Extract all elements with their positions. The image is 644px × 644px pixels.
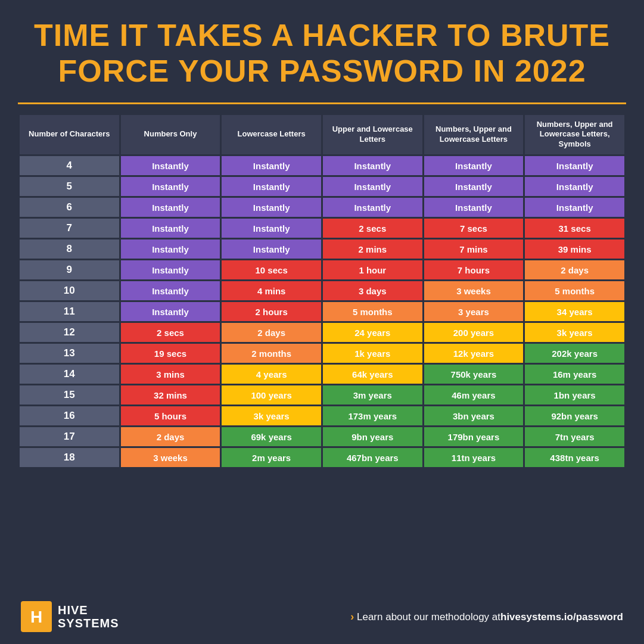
cell-col3: 1k years xyxy=(323,344,422,363)
cell-col5: 31 secs xyxy=(525,219,624,238)
cell-col1: Instantly xyxy=(121,177,220,196)
cell-col4: 46m years xyxy=(424,385,524,405)
cell-chars: 10 xyxy=(20,281,119,300)
cell-col4: 12k years xyxy=(424,344,524,363)
cell-col2: 69k years xyxy=(222,427,321,446)
table-row: 165 hours3k years173m years3bn years92bn… xyxy=(20,406,624,425)
cell-col2: 10 secs xyxy=(222,260,321,279)
cell-col5: 202k years xyxy=(525,344,624,363)
cell-col4: 750k years xyxy=(424,365,524,384)
table-row: 11Instantly2 hours5 months3 years34 year… xyxy=(20,302,624,321)
cell-col3: Instantly xyxy=(323,177,422,196)
col-header-numbers: Numbers Only xyxy=(121,115,220,155)
cell-col4: 11tn years xyxy=(424,448,524,467)
cell-col5: Instantly xyxy=(525,156,624,175)
cell-col2: 2 hours xyxy=(222,302,321,321)
footer: H HIVE SYSTEMS › Learn about our methodo… xyxy=(18,601,626,632)
cell-col2: 100 years xyxy=(222,385,321,405)
logo-text: HIVE SYSTEMS xyxy=(58,603,119,630)
cell-col5: 2 days xyxy=(525,260,624,279)
table-row: 143 mins4 years64k years750k years16m ye… xyxy=(20,365,624,384)
cell-chars: 5 xyxy=(20,177,119,196)
cell-col2: 2 months xyxy=(222,344,321,363)
cell-col2: Instantly xyxy=(222,156,321,175)
table-row: 5InstantlyInstantlyInstantlyInstantlyIns… xyxy=(20,177,624,196)
cell-col3: Instantly xyxy=(323,198,422,217)
cell-col1: Instantly xyxy=(121,198,220,217)
cell-col3: Instantly xyxy=(323,156,422,175)
cell-chars: 12 xyxy=(20,323,119,342)
cell-col3: 2 secs xyxy=(323,219,422,238)
cell-col1: Instantly xyxy=(121,281,220,300)
table-row: 172 days69k years9bn years179bn years7tn… xyxy=(20,427,624,446)
cell-col4: 200 years xyxy=(424,323,524,342)
footer-link[interactable]: › Learn about our methodology athivesyst… xyxy=(350,611,623,623)
cell-col4: 7 mins xyxy=(424,239,524,259)
col-header-upper-lower: Upper and Lowercase Letters xyxy=(323,115,422,155)
cell-col5: 7tn years xyxy=(525,427,624,446)
page-title: TIME IT TAKES A HACKER TO BRUTE FORCE YO… xyxy=(18,18,626,89)
cell-chars: 9 xyxy=(20,260,119,279)
cell-col2: 2m years xyxy=(222,448,321,467)
cell-col4: 3 weeks xyxy=(424,281,524,300)
cell-col2: 3k years xyxy=(222,406,321,425)
cell-col3: 24 years xyxy=(323,323,422,342)
cell-col5: 438tn years xyxy=(525,448,624,467)
col-header-all: Numbers, Upper and Lowercase Letters, Sy… xyxy=(525,115,624,155)
table-row: 9Instantly10 secs1 hour7 hours2 days xyxy=(20,260,624,279)
table-row: 8InstantlyInstantly2 mins7 mins39 mins xyxy=(20,239,624,259)
cell-col2: 4 mins xyxy=(222,281,321,300)
table-row: 122 secs2 days24 years200 years3k years xyxy=(20,323,624,342)
table-row: 1319 secs2 months1k years12k years202k y… xyxy=(20,344,624,363)
table-header-row: Number of Characters Numbers Only Lowerc… xyxy=(20,115,624,155)
cell-chars: 7 xyxy=(20,219,119,238)
table-row: 6InstantlyInstantlyInstantlyInstantlyIns… xyxy=(20,198,624,217)
page-container: TIME IT TAKES A HACKER TO BRUTE FORCE YO… xyxy=(0,0,644,644)
cell-col2: 4 years xyxy=(222,365,321,384)
cell-col5: 5 months xyxy=(525,281,624,300)
cell-chars: 16 xyxy=(20,406,119,425)
table-row: 1532 mins100 years3m years46m years1bn y… xyxy=(20,385,624,405)
cell-col3: 64k years xyxy=(323,365,422,384)
cell-col4: Instantly xyxy=(424,177,524,196)
cell-col5: 92bn years xyxy=(525,406,624,425)
cell-col5: 34 years xyxy=(525,302,624,321)
cell-col5: 16m years xyxy=(525,365,624,384)
cell-col5: 39 mins xyxy=(525,239,624,259)
logo-area: H HIVE SYSTEMS xyxy=(21,601,119,632)
page-header: TIME IT TAKES A HACKER TO BRUTE FORCE YO… xyxy=(18,18,626,89)
cell-col3: 467bn years xyxy=(323,448,422,467)
cell-col1: 19 secs xyxy=(121,344,220,363)
cell-chars: 8 xyxy=(20,239,119,259)
cell-col3: 3 days xyxy=(323,281,422,300)
cell-col2: Instantly xyxy=(222,177,321,196)
footer-link-prefix: Learn about our methodology at xyxy=(357,611,500,623)
cell-col3: 5 months xyxy=(323,302,422,321)
cell-col5: Instantly xyxy=(525,198,624,217)
cell-col4: Instantly xyxy=(424,156,524,175)
col-header-numbers-upper-lower: Numbers, Upper and Lowercase Letters xyxy=(424,115,524,155)
cell-col1: 3 weeks xyxy=(121,448,220,467)
cell-chars: 17 xyxy=(20,427,119,446)
col-header-chars: Number of Characters xyxy=(20,115,119,155)
cell-col5: 3k years xyxy=(525,323,624,342)
password-table: Number of Characters Numbers Only Lowerc… xyxy=(18,113,626,469)
table-row: 183 weeks2m years467bn years11tn years43… xyxy=(20,448,624,467)
cell-col5: 1bn years xyxy=(525,385,624,405)
cell-col4: 179bn years xyxy=(424,427,524,446)
footer-arrow: › xyxy=(350,611,354,623)
cell-col4: 3bn years xyxy=(424,406,524,425)
cell-col1: 32 mins xyxy=(121,385,220,405)
cell-col1: Instantly xyxy=(121,156,220,175)
cell-col1: Instantly xyxy=(121,302,220,321)
cell-col1: Instantly xyxy=(121,260,220,279)
cell-col3: 9bn years xyxy=(323,427,422,446)
cell-chars: 6 xyxy=(20,198,119,217)
cell-col5: Instantly xyxy=(525,177,624,196)
cell-col4: 3 years xyxy=(424,302,524,321)
hive-logo-icon: H xyxy=(21,601,52,632)
cell-col2: Instantly xyxy=(222,198,321,217)
cell-chars: 18 xyxy=(20,448,119,467)
cell-col3: 2 mins xyxy=(323,239,422,259)
cell-col3: 173m years xyxy=(323,406,422,425)
